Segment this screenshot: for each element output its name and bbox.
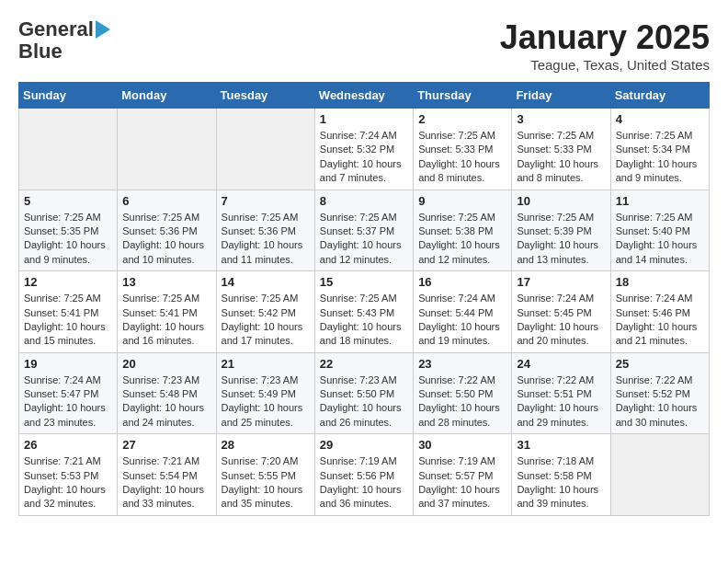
day-number: 17 (517, 275, 605, 289)
calendar-cell: 31Sunrise: 7:18 AMSunset: 5:58 PMDayligh… (512, 434, 610, 516)
calendar-cell: 30Sunrise: 7:19 AMSunset: 5:57 PMDayligh… (414, 434, 512, 516)
day-number: 25 (616, 357, 704, 371)
day-number: 27 (122, 438, 210, 452)
day-number: 29 (320, 438, 408, 452)
calendar-cell: 21Sunrise: 7:23 AMSunset: 5:49 PMDayligh… (216, 352, 314, 434)
calendar-cell: 9Sunrise: 7:25 AMSunset: 5:38 PMDaylight… (414, 190, 512, 271)
calendar-cell: 25Sunrise: 7:22 AMSunset: 5:52 PMDayligh… (610, 352, 709, 434)
calendar-cell: 8Sunrise: 7:25 AMSunset: 5:37 PMDaylight… (314, 190, 413, 271)
day-number: 13 (122, 275, 210, 289)
calendar-cell: 23Sunrise: 7:22 AMSunset: 5:50 PMDayligh… (414, 352, 512, 434)
day-info: Sunrise: 7:25 AMSunset: 5:41 PMDaylight:… (122, 292, 210, 349)
day-info: Sunrise: 7:25 AMSunset: 5:41 PMDaylight:… (24, 292, 112, 349)
calendar-cell: 26Sunrise: 7:21 AMSunset: 5:53 PMDayligh… (19, 434, 118, 516)
day-info: Sunrise: 7:25 AMSunset: 5:36 PMDaylight:… (222, 211, 310, 268)
calendar-week-row: 12Sunrise: 7:25 AMSunset: 5:41 PMDayligh… (19, 271, 710, 353)
day-number: 26 (24, 438, 112, 452)
page-header: General Blue January 2025 Teague, Texas,… (18, 18, 710, 73)
calendar-week-row: 1Sunrise: 7:24 AMSunset: 5:32 PMDaylight… (19, 109, 710, 190)
logo-arrow-icon (96, 20, 110, 39)
calendar-cell (216, 109, 314, 190)
day-info: Sunrise: 7:23 AMSunset: 5:50 PMDaylight:… (320, 373, 408, 431)
day-number: 7 (222, 194, 310, 208)
day-info: Sunrise: 7:22 AMSunset: 5:52 PMDaylight:… (616, 373, 704, 431)
day-info: Sunrise: 7:25 AMSunset: 5:37 PMDaylight:… (320, 211, 408, 268)
day-info: Sunrise: 7:25 AMSunset: 5:36 PMDaylight:… (122, 211, 210, 268)
day-number: 24 (517, 357, 605, 371)
calendar-cell (19, 109, 118, 190)
calendar-cell: 16Sunrise: 7:24 AMSunset: 5:44 PMDayligh… (414, 271, 512, 353)
col-header-sunday: Sunday (19, 83, 118, 109)
day-info: Sunrise: 7:25 AMSunset: 5:43 PMDaylight:… (320, 292, 408, 349)
day-number: 2 (418, 112, 506, 126)
day-number: 1 (320, 112, 408, 126)
day-number: 8 (320, 194, 408, 208)
calendar-cell: 7Sunrise: 7:25 AMSunset: 5:36 PMDaylight… (216, 190, 314, 271)
calendar-cell (610, 434, 709, 516)
calendar-cell: 11Sunrise: 7:25 AMSunset: 5:40 PMDayligh… (610, 190, 709, 271)
day-number: 18 (616, 275, 704, 289)
calendar-cell: 27Sunrise: 7:21 AMSunset: 5:54 PMDayligh… (118, 434, 216, 516)
day-info: Sunrise: 7:22 AMSunset: 5:51 PMDaylight:… (517, 373, 605, 431)
day-number: 12 (24, 275, 112, 289)
day-number: 21 (222, 357, 310, 371)
day-info: Sunrise: 7:25 AMSunset: 5:33 PMDaylight:… (418, 129, 506, 186)
calendar-week-row: 19Sunrise: 7:24 AMSunset: 5:47 PMDayligh… (19, 352, 710, 434)
calendar-cell: 6Sunrise: 7:25 AMSunset: 5:36 PMDaylight… (118, 190, 216, 271)
day-number: 31 (517, 438, 605, 452)
calendar-cell: 29Sunrise: 7:19 AMSunset: 5:56 PMDayligh… (314, 434, 413, 516)
calendar-title: January 2025 (500, 18, 710, 57)
calendar-cell: 3Sunrise: 7:25 AMSunset: 5:33 PMDaylight… (512, 109, 610, 190)
day-info: Sunrise: 7:24 AMSunset: 5:45 PMDaylight:… (517, 292, 605, 349)
calendar-cell (118, 109, 216, 190)
day-number: 4 (616, 112, 704, 126)
calendar-cell: 20Sunrise: 7:23 AMSunset: 5:48 PMDayligh… (118, 352, 216, 434)
calendar-header-row: SundayMondayTuesdayWednesdayThursdayFrid… (19, 83, 710, 109)
day-number: 15 (320, 275, 408, 289)
day-info: Sunrise: 7:24 AMSunset: 5:47 PMDaylight:… (24, 373, 112, 431)
day-info: Sunrise: 7:21 AMSunset: 5:53 PMDaylight:… (24, 454, 112, 511)
logo-text-blue: Blue (18, 40, 63, 63)
day-number: 11 (616, 194, 704, 208)
calendar-cell: 12Sunrise: 7:25 AMSunset: 5:41 PMDayligh… (19, 271, 118, 353)
day-number: 6 (122, 194, 210, 208)
day-info: Sunrise: 7:25 AMSunset: 5:40 PMDaylight:… (616, 211, 704, 268)
calendar-cell: 17Sunrise: 7:24 AMSunset: 5:45 PMDayligh… (512, 271, 610, 353)
day-info: Sunrise: 7:25 AMSunset: 5:38 PMDaylight:… (418, 211, 506, 268)
day-number: 5 (24, 194, 112, 208)
day-info: Sunrise: 7:25 AMSunset: 5:39 PMDaylight:… (517, 211, 605, 268)
day-info: Sunrise: 7:18 AMSunset: 5:58 PMDaylight:… (517, 454, 605, 511)
logo-text-general: General (18, 18, 94, 40)
day-info: Sunrise: 7:24 AMSunset: 5:46 PMDaylight:… (616, 292, 704, 349)
day-info: Sunrise: 7:20 AMSunset: 5:55 PMDaylight:… (222, 454, 310, 511)
calendar-cell: 4Sunrise: 7:25 AMSunset: 5:34 PMDaylight… (610, 109, 709, 190)
day-number: 9 (418, 194, 506, 208)
day-number: 19 (24, 357, 112, 371)
calendar-cell: 10Sunrise: 7:25 AMSunset: 5:39 PMDayligh… (512, 190, 610, 271)
day-info: Sunrise: 7:21 AMSunset: 5:54 PMDaylight:… (122, 454, 210, 511)
day-info: Sunrise: 7:25 AMSunset: 5:34 PMDaylight:… (616, 129, 704, 186)
day-info: Sunrise: 7:25 AMSunset: 5:42 PMDaylight:… (222, 292, 310, 349)
calendar-cell: 5Sunrise: 7:25 AMSunset: 5:35 PMDaylight… (19, 190, 118, 271)
logo: General Blue (18, 18, 110, 63)
calendar-cell: 18Sunrise: 7:24 AMSunset: 5:46 PMDayligh… (610, 271, 709, 353)
calendar-cell: 24Sunrise: 7:22 AMSunset: 5:51 PMDayligh… (512, 352, 610, 434)
calendar-cell: 1Sunrise: 7:24 AMSunset: 5:32 PMDaylight… (314, 109, 413, 190)
col-header-wednesday: Wednesday (314, 83, 413, 109)
day-info: Sunrise: 7:19 AMSunset: 5:57 PMDaylight:… (418, 454, 506, 511)
day-number: 23 (418, 357, 506, 371)
day-number: 30 (418, 438, 506, 452)
calendar-cell: 22Sunrise: 7:23 AMSunset: 5:50 PMDayligh… (314, 352, 413, 434)
day-number: 16 (418, 275, 506, 289)
day-info: Sunrise: 7:24 AMSunset: 5:44 PMDaylight:… (418, 292, 506, 349)
day-info: Sunrise: 7:23 AMSunset: 5:48 PMDaylight:… (122, 373, 210, 431)
day-number: 22 (320, 357, 408, 371)
col-header-monday: Monday (118, 83, 216, 109)
calendar-table: SundayMondayTuesdayWednesdayThursdayFrid… (18, 82, 710, 516)
day-info: Sunrise: 7:24 AMSunset: 5:32 PMDaylight:… (320, 129, 408, 186)
day-number: 3 (517, 112, 605, 126)
calendar-cell: 19Sunrise: 7:24 AMSunset: 5:47 PMDayligh… (19, 352, 118, 434)
title-block: January 2025 Teague, Texas, United State… (500, 18, 710, 73)
calendar-cell: 2Sunrise: 7:25 AMSunset: 5:33 PMDaylight… (414, 109, 512, 190)
day-number: 20 (122, 357, 210, 371)
